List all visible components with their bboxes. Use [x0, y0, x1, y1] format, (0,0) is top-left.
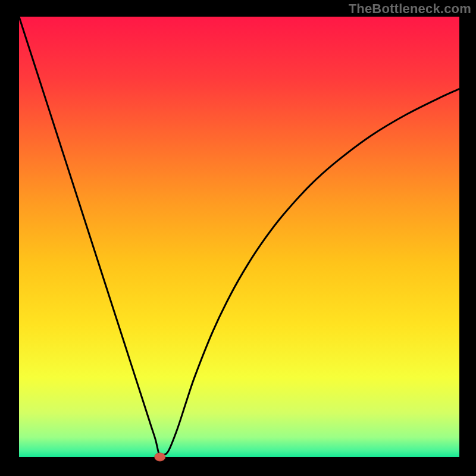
bottleneck-chart	[0, 0, 476, 476]
minimum-marker	[155, 453, 165, 461]
plot-background	[19, 17, 459, 457]
chart-frame: TheBottleneck.com	[0, 0, 476, 476]
watermark-text: TheBottleneck.com	[349, 1, 471, 17]
